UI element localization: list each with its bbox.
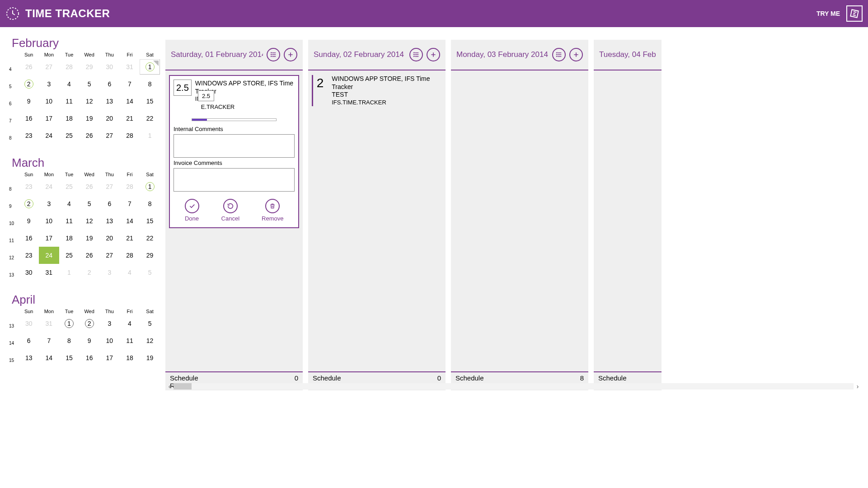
invoice-comments-input[interactable] — [174, 168, 295, 192]
calendar-day[interactable]: 25 — [59, 252, 80, 259]
calendar-day[interactable]: 3 — [39, 200, 59, 207]
calendar-day[interactable]: 12 — [79, 217, 99, 225]
calendar-day[interactable]: 15 — [59, 354, 80, 361]
calendar-day[interactable]: 26 — [19, 63, 39, 70]
calendar-day[interactable]: 11 — [59, 98, 80, 105]
calendar-day[interactable]: 11 — [59, 217, 80, 225]
calendar-day[interactable]: 18 — [59, 115, 80, 122]
calendar-day[interactable]: 14 — [120, 217, 140, 225]
calendar-day[interactable]: 21 — [120, 235, 140, 242]
calendar-day[interactable]: 29 — [79, 63, 99, 70]
scroll-track[interactable] — [174, 383, 854, 389]
list-tasks-button[interactable] — [409, 48, 423, 61]
calendar-day[interactable]: 4 — [120, 320, 140, 327]
scroll-left-icon[interactable]: ‹ — [165, 383, 174, 390]
calendar-day[interactable]: 24 — [39, 247, 59, 264]
list-tasks-button[interactable] — [552, 48, 566, 61]
done-button[interactable]: Done — [185, 199, 199, 222]
calendar-day[interactable]: 25 — [59, 132, 80, 139]
calendar-day[interactable]: 4 — [59, 80, 80, 88]
calendar-day[interactable]: 6 — [99, 200, 120, 207]
calendar-day[interactable]: 28 — [120, 132, 140, 139]
calendar-day[interactable]: 2 — [79, 319, 99, 328]
calendar-day[interactable]: 26 — [79, 132, 99, 139]
calendar-day[interactable]: 20 — [99, 115, 120, 122]
cancel-button[interactable]: Cancel — [221, 199, 239, 222]
calendar-day[interactable]: 15 — [140, 217, 160, 225]
calendar-day[interactable]: 13 — [19, 354, 39, 361]
internal-comments-input[interactable] — [174, 134, 295, 158]
hours-slider[interactable] — [192, 118, 277, 121]
calendar-day[interactable]: 5 — [140, 320, 160, 327]
calendar-day[interactable]: 4 — [59, 200, 80, 207]
calendar-day[interactable]: 5 — [140, 269, 160, 276]
calendar-day[interactable]: 1 — [140, 59, 160, 75]
calendar-day[interactable]: 16 — [19, 115, 39, 122]
calendar-day[interactable]: 10 — [99, 337, 120, 344]
scroll-thumb[interactable] — [174, 383, 192, 389]
calendar-day[interactable]: 18 — [59, 235, 80, 242]
calendar-day[interactable]: 9 — [19, 217, 39, 225]
calendar-day[interactable]: 16 — [79, 354, 99, 361]
calendar-day[interactable]: 7 — [120, 200, 140, 207]
calendar-day[interactable]: 9 — [19, 98, 39, 105]
calendar-day[interactable]: 9 — [79, 337, 99, 344]
calendar-day[interactable]: 23 — [19, 132, 39, 139]
calendar-day[interactable]: 17 — [39, 235, 59, 242]
calendar-day[interactable]: 31 — [39, 269, 59, 276]
calendar-day[interactable]: 19 — [79, 115, 99, 122]
calendar-day[interactable]: 31 — [39, 320, 59, 327]
calendar-day[interactable]: 12 — [140, 337, 160, 344]
calendar-day[interactable]: 30 — [19, 320, 39, 327]
hours-stepper-popup[interactable]: 2.5 — [198, 90, 214, 101]
calendar-day[interactable]: 1 — [59, 319, 80, 328]
calendar-day[interactable]: 3 — [39, 80, 59, 88]
calendar-day[interactable]: 3 — [99, 320, 120, 327]
calendar-day[interactable]: 8 — [140, 200, 160, 207]
calendar-day[interactable]: 10 — [39, 217, 59, 225]
calendar-day[interactable]: 6 — [99, 80, 120, 88]
calendar-day[interactable]: 26 — [79, 183, 99, 190]
calendar-day[interactable]: 1 — [140, 132, 160, 139]
calendar-day[interactable]: 13 — [99, 98, 120, 105]
calendar-day[interactable]: 22 — [140, 115, 160, 122]
calendar-day[interactable]: 25 — [59, 183, 80, 190]
horizontal-scrollbar[interactable]: ‹ › — [165, 382, 862, 390]
calendar-day[interactable]: 30 — [19, 269, 39, 276]
calendar-day[interactable]: 19 — [140, 354, 160, 361]
calendar-day[interactable]: 14 — [39, 354, 59, 361]
calendar-day[interactable]: 30 — [99, 63, 120, 70]
calendar-day[interactable]: 7 — [120, 80, 140, 88]
calendar-day[interactable]: 28 — [120, 183, 140, 190]
calendar-day[interactable]: 17 — [99, 354, 120, 361]
calendar-day[interactable]: 21 — [120, 115, 140, 122]
calendar-day[interactable]: 28 — [120, 252, 140, 259]
calendar-day[interactable]: 5 — [79, 80, 99, 88]
calendar-day[interactable]: 15 — [140, 98, 160, 105]
calendar-day[interactable]: 10 — [39, 98, 59, 105]
calendar-day[interactable]: 16 — [19, 235, 39, 242]
ifs-logo-icon[interactable] — [846, 5, 863, 22]
calendar-day[interactable]: 14 — [120, 98, 140, 105]
calendar-day[interactable]: 13 — [99, 217, 120, 225]
calendar-day[interactable]: 20 — [99, 235, 120, 242]
calendar-day[interactable]: 17 — [39, 115, 59, 122]
scroll-right-icon[interactable]: › — [854, 383, 862, 390]
calendar-day[interactable]: 27 — [99, 132, 120, 139]
calendar-day[interactable]: 2 — [19, 199, 39, 208]
calendar-day[interactable]: 23 — [19, 183, 39, 190]
calendar-day[interactable]: 8 — [140, 80, 160, 88]
calendar-day[interactable]: 31 — [120, 63, 140, 70]
add-entry-button[interactable] — [284, 48, 297, 61]
calendar-day[interactable]: 22 — [140, 235, 160, 242]
calendar-day[interactable]: 3 — [99, 269, 120, 276]
calendar-day[interactable]: 2 — [79, 269, 99, 276]
calendar-day[interactable]: 2 — [19, 80, 39, 89]
calendar-day[interactable]: 27 — [39, 63, 59, 70]
hours-input[interactable]: 2.5 — [174, 80, 192, 96]
calendar-day[interactable]: 5 — [79, 200, 99, 207]
calendar-day[interactable]: 26 — [79, 252, 99, 259]
calendar-day[interactable]: 7 — [39, 337, 59, 344]
calendar-day[interactable]: 1 — [140, 182, 160, 191]
calendar-day[interactable]: 8 — [59, 337, 80, 344]
